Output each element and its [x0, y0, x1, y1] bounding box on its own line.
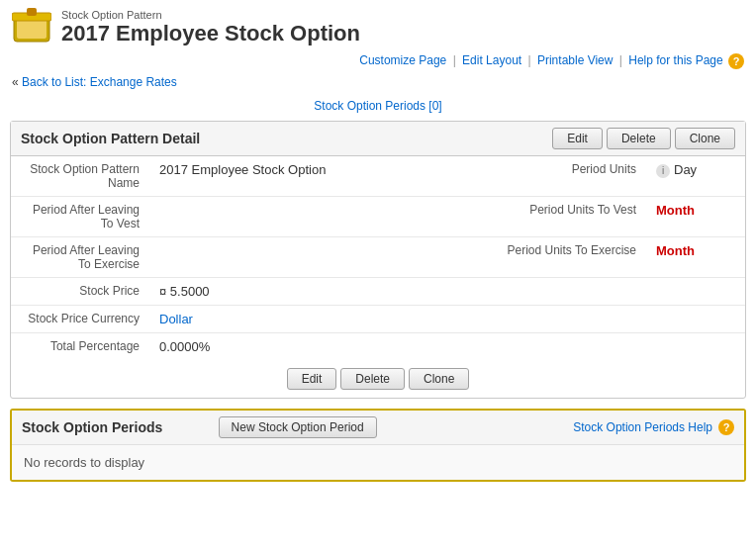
detail-table: Stock Option Pattern Name 2017 Employee … [11, 156, 745, 360]
section-link-container: Stock Option Periods [0] [0, 95, 756, 121]
edit-layout-link[interactable]: Edit Layout [462, 53, 521, 67]
stock-option-pattern-name-value: 2017 Employee Stock Option [149, 156, 488, 197]
stock-price-value: ¤ 5.5000 [149, 278, 488, 306]
total-percentage-label: Total Percentage [11, 333, 149, 361]
period-units-to-exercise-value: Month [646, 237, 745, 278]
detail-header: Stock Option Pattern Detail Edit Delete … [11, 122, 745, 156]
stock-price-currency-label: Stock Price Currency [11, 306, 149, 333]
period-after-leaving-exercise-value [149, 237, 488, 278]
detail-section-title: Stock Option Pattern Detail [21, 131, 552, 146]
stock-option-periods-link[interactable]: Stock Option Periods [0] [314, 99, 441, 113]
period-after-leaving-label: Period After Leaving To Vest [11, 197, 149, 237]
top-btn-group: Edit Delete Clone [552, 128, 735, 149]
detail-section: Stock Option Pattern Detail Edit Delete … [10, 121, 746, 399]
delete-button-bottom[interactable]: Delete [340, 368, 405, 390]
printable-view-link[interactable]: Printable View [537, 53, 614, 67]
svg-rect-3 [27, 8, 37, 16]
period-units-to-exercise-label: Period Units To Exercise [488, 237, 646, 278]
table-row: Stock Price ¤ 5.5000 [11, 278, 745, 306]
no-records-message: No records to display [12, 445, 744, 480]
table-row: Period After Leaving To Vest Period Unit… [11, 197, 745, 237]
back-link-container: « Back to List: Exchange Rates [0, 73, 756, 95]
total-percentage-value: 0.0000% [149, 333, 488, 361]
clone-button-top[interactable]: Clone [675, 128, 735, 149]
period-after-leaving-value [149, 197, 488, 237]
header-subtitle: Stock Option Pattern [61, 9, 360, 21]
period-units-to-vest-label: Period Units To Vest [488, 197, 646, 237]
customize-page-link[interactable]: Customize Page [359, 53, 446, 67]
periods-section-title: Stock Option Periods [22, 419, 219, 435]
header-title: 2017 Employee Stock Option [61, 21, 360, 46]
top-links: Customize Page | Edit Layout | Printable… [0, 51, 756, 73]
svg-rect-1 [17, 19, 47, 39]
period-after-leaving-exercise-label: Period After Leaving To Exercise [11, 237, 149, 278]
periods-section: Stock Option Periods New Stock Option Pe… [10, 409, 746, 482]
bottom-btn-group: Edit Delete Clone [11, 360, 745, 398]
delete-button-top[interactable]: Delete [607, 128, 671, 149]
clone-button-bottom[interactable]: Clone [409, 368, 469, 390]
new-stock-option-period-button[interactable]: New Stock Option Period [219, 416, 377, 438]
edit-button-top[interactable]: Edit [552, 128, 603, 149]
stock-option-periods-help-link[interactable]: Stock Option Periods Help [573, 420, 712, 434]
back-to-list-link[interactable]: Back to List: Exchange Rates [22, 75, 177, 89]
period-info-icon: i [656, 164, 670, 178]
stock-price-label: Stock Price [11, 278, 149, 306]
period-units-to-vest-value: Month [646, 197, 745, 237]
currency-link[interactable]: Dollar [159, 312, 193, 326]
page-header: Stock Option Pattern 2017 Employee Stock… [0, 0, 756, 51]
help-icon[interactable]: ? [728, 53, 744, 69]
periods-header: Stock Option Periods New Stock Option Pe… [12, 411, 744, 445]
header-text: Stock Option Pattern 2017 Employee Stock… [61, 9, 360, 46]
table-row: Period After Leaving To Exercise Period … [11, 237, 745, 278]
period-units-label: Period Units [488, 156, 646, 197]
table-row: Stock Price Currency Dollar [11, 306, 745, 333]
period-units-value: iDay [646, 156, 745, 197]
table-row: Total Percentage 0.0000% [11, 333, 745, 361]
edit-button-bottom[interactable]: Edit [287, 368, 337, 390]
table-row: Stock Option Pattern Name 2017 Employee … [11, 156, 745, 197]
help-link[interactable]: Help for this Page [628, 53, 722, 67]
header-icon [12, 8, 51, 47]
stock-option-pattern-name-label: Stock Option Pattern Name [11, 156, 149, 197]
stock-price-currency-value: Dollar [149, 306, 488, 333]
periods-help-icon[interactable]: ? [718, 419, 734, 435]
